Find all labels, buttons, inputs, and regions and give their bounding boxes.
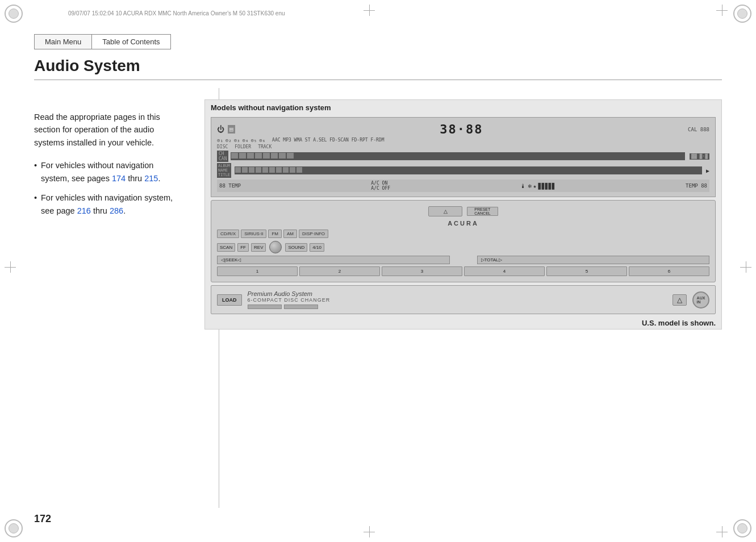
main-menu-button[interactable]: Main Menu bbox=[34, 34, 91, 49]
bullet-1-text-mid: thru bbox=[126, 174, 144, 183]
mode-cd[interactable]: CD/R/X bbox=[217, 230, 239, 238]
eject-button[interactable]: △ bbox=[428, 206, 462, 216]
segment-display-1 bbox=[231, 152, 685, 160]
crosshair-top-left bbox=[364, 5, 375, 16]
corner-circle-br bbox=[733, 519, 751, 537]
climate-icons: 🌡❄★▊▊▊▊▊ bbox=[520, 183, 555, 189]
crosshair-top-right bbox=[716, 5, 728, 16]
segment-display-2 bbox=[235, 166, 702, 174]
bullet-list: For vehicles without navigation system, … bbox=[34, 159, 182, 217]
display-top-row: ⏻ ▤ 38·88 CAL 888 bbox=[217, 122, 709, 136]
ch-label: CHCAN bbox=[217, 151, 228, 162]
vol-btn[interactable]: 4/10 bbox=[310, 243, 324, 252]
left-column: Read the appropriate pages in this secti… bbox=[34, 88, 193, 508]
link-215[interactable]: 215 bbox=[144, 174, 158, 183]
toc-button[interactable]: Table of Contents bbox=[91, 34, 170, 49]
preset-2[interactable]: 2 bbox=[299, 266, 380, 276]
header-nav: Main Menu Table of Contents bbox=[34, 34, 722, 49]
crosshair-bot-left bbox=[364, 526, 375, 537]
track-labels: DISCFOLDERTRACK bbox=[217, 144, 709, 149]
cd-slots bbox=[248, 305, 667, 309]
controls-row: SCAN FF REV SOUND 4/10 bbox=[217, 241, 709, 253]
preset-6[interactable]: 6 bbox=[629, 266, 709, 276]
preset-5[interactable]: 5 bbox=[546, 266, 627, 276]
preset-indicator: PRESETCANCEL bbox=[467, 207, 498, 216]
link-174[interactable]: 174 bbox=[112, 174, 126, 183]
bullet-1-text-after: . bbox=[158, 174, 160, 183]
corner-circle-tr bbox=[733, 5, 751, 23]
preset-4[interactable]: 4 bbox=[464, 266, 545, 276]
radio-top-area: △ PRESETCANCEL bbox=[217, 206, 709, 216]
play-arrow: ▶ bbox=[706, 168, 709, 174]
image-label: Models without navigation system bbox=[205, 100, 721, 114]
crosshair-bot-right bbox=[716, 526, 728, 537]
mode-disp[interactable]: DISP·INFO bbox=[299, 230, 328, 238]
cd-slot-2 bbox=[284, 305, 318, 309]
link-216[interactable]: 216 bbox=[77, 206, 91, 215]
doc-info: 09/07/07 15:02:04 10 ACURA RDX MMC North… bbox=[68, 10, 285, 16]
title-divider bbox=[34, 80, 722, 80]
volume-knob[interactable] bbox=[269, 241, 282, 253]
main-content: Read the appropriate pages in this secti… bbox=[34, 88, 722, 508]
tape-icon: ▤ bbox=[228, 125, 235, 134]
right-column: Models without navigation system ⏻ ▤ 38·… bbox=[193, 88, 722, 508]
audio-display-panel: ⏻ ▤ 38·88 CAL 888 ⊙₁⊙₂⊙₃⊙₄⊙₅⊙₆ AAC MP3 W… bbox=[211, 117, 716, 197]
ch-can-row: CHCAN ▓▓ ▓·▓ bbox=[217, 151, 709, 162]
crosshair-mid-left bbox=[5, 261, 16, 273]
bullet-2-text-after: . bbox=[123, 206, 126, 215]
track-seg: ▓▓ ▓·▓ bbox=[690, 153, 709, 160]
preset-1[interactable]: 1 bbox=[217, 266, 298, 276]
intro-text: Read the appropriate pages in this secti… bbox=[34, 111, 182, 149]
scan-btn[interactable]: SCAN bbox=[217, 243, 235, 252]
cd-brand: Premium Audio System bbox=[248, 290, 667, 297]
album-title-label: ALBUMNAMETITLE bbox=[217, 163, 231, 178]
load-button[interactable]: LOAD bbox=[217, 294, 242, 306]
ac-on-label: A/C ON bbox=[371, 181, 390, 186]
display-preset-circles: ⊙₁⊙₂⊙₃⊙₄⊙₅⊙₆ AAC MP3 WMA ST A.SEL FD-SCA… bbox=[217, 137, 709, 143]
seek-fwd[interactable]: ▷TOTAL▷ bbox=[477, 256, 710, 264]
power-icon: ⏻ bbox=[217, 125, 224, 134]
display-bottom-bar: 88 TEMP A/C ON A/C OFF 🌡❄★▊▊▊▊▊ TEMP 88 bbox=[217, 180, 709, 192]
bullet-item-1: For vehicles without navigation system, … bbox=[34, 159, 182, 185]
link-286[interactable]: 286 bbox=[110, 206, 123, 215]
cd-label-area: Premium Audio System 6-COMPACT DISC CHAN… bbox=[248, 290, 667, 309]
crosshair-mid-right bbox=[740, 261, 751, 273]
preset-buttons: 1 2 3 4 5 6 bbox=[217, 266, 709, 276]
cd-type: 6-COMPACT DISC CHANGER bbox=[248, 297, 667, 303]
seek-back[interactable]: ◁|SEEK◁ bbox=[217, 256, 450, 264]
temp-left: 88 TEMP bbox=[219, 183, 241, 189]
cd-slot-1 bbox=[248, 305, 282, 309]
ac-off-label: A/C OFF bbox=[371, 186, 390, 191]
corner-circle-bl bbox=[5, 519, 23, 537]
mode-am[interactable]: AM bbox=[283, 230, 297, 238]
rev-btn[interactable]: REV bbox=[251, 243, 266, 252]
seek-row: ◁|SEEK◁ ▷TOTAL▷ bbox=[217, 256, 709, 264]
mode-buttons-row: CD/R/X SIRIUS·II FM AM DISP·INFO bbox=[217, 230, 709, 238]
bullet-2-text-mid: thru bbox=[91, 206, 110, 215]
corner-circle-tl bbox=[5, 5, 23, 23]
image-box: Models without navigation system ⏻ ▤ 38·… bbox=[204, 99, 722, 330]
mode-fm[interactable]: FM bbox=[268, 230, 282, 238]
bullet-item-2: For vehicles with navigation system, see… bbox=[34, 191, 182, 217]
page-number: 172 bbox=[34, 513, 51, 525]
sound-btn[interactable]: SOUND bbox=[285, 243, 307, 252]
page-title: Audio System bbox=[34, 57, 140, 75]
radio-unit: △ PRESETCANCEL ACURA CD/R/X SIRIUS·II FM… bbox=[211, 200, 716, 282]
cd-changer-unit: LOAD Premium Audio System 6-COMPACT DISC… bbox=[211, 285, 716, 314]
cd-eject-button[interactable]: △ bbox=[673, 294, 687, 306]
album-name-row: ALBUMNAMETITLE bbox=[217, 163, 709, 178]
display-digits: 38·88 bbox=[440, 122, 483, 136]
ff-btn[interactable]: FF bbox=[237, 243, 249, 252]
acura-logo: ACURA bbox=[217, 220, 709, 227]
us-model-note: U.S. model is shown. bbox=[205, 317, 721, 329]
preset-3[interactable]: 3 bbox=[382, 266, 462, 276]
temp-right: TEMP 88 bbox=[686, 183, 707, 189]
cal-display: CAL 888 bbox=[688, 127, 709, 132]
mode-indicators: AAC MP3 WMA ST A.SEL FD-SCAN FD-RPT F-RD… bbox=[272, 137, 384, 143]
mode-sirius[interactable]: SIRIUS·II bbox=[241, 230, 266, 238]
aux-port: AUXIN bbox=[692, 291, 709, 308]
